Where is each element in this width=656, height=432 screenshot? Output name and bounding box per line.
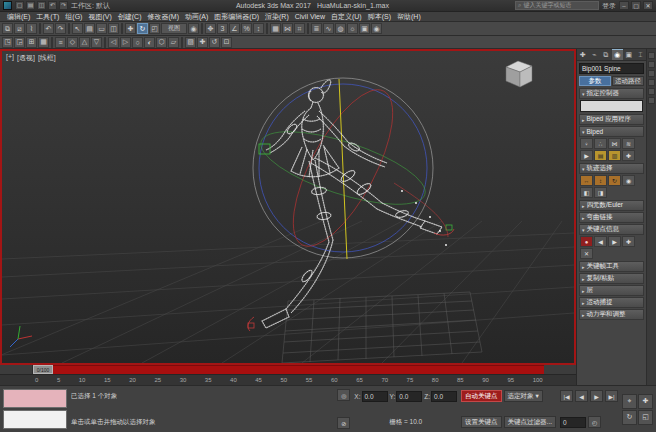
select-object-icon[interactable]: ↖ [72, 23, 83, 34]
maximize-button[interactable]: ▢ [631, 1, 641, 10]
close-button[interactable]: ✕ [643, 1, 653, 10]
new-scene-icon[interactable]: ▢ [15, 1, 24, 10]
move-all-mode-icon[interactable]: ✚ [622, 150, 635, 161]
rollout-copy-paste[interactable]: ▸ 复制/粘贴 [579, 273, 644, 284]
auto-key-button[interactable]: 自动关键点 [461, 390, 502, 402]
render-production-icon[interactable]: ◉ [371, 23, 382, 34]
menu-item[interactable]: 修改器(M) [144, 12, 182, 22]
rectangular-selection-region-icon[interactable]: ▭ [96, 23, 107, 34]
unlink-selection-icon[interactable]: ⧄ [14, 23, 25, 34]
body-rotation-icon[interactable]: ↻ [608, 175, 621, 186]
panel-strip-icon[interactable] [648, 88, 655, 95]
save-file-icon[interactable]: ◫ [37, 1, 46, 10]
menu-item[interactable]: Civil View [292, 13, 328, 20]
maxscript-mini-listener[interactable] [3, 388, 67, 430]
motion-paths-button[interactable]: 运动路径 [612, 76, 644, 86]
mixer-mode-icon[interactable]: ≋ [622, 138, 635, 149]
listener-script-row[interactable] [3, 410, 67, 429]
toolbar-icon[interactable]: ✚ [197, 37, 208, 48]
rollout-quaternion-euler[interactable]: ▸ 四元数/Euler [579, 200, 644, 211]
toolbar-icon[interactable]: ⊞ [26, 37, 37, 48]
toolbar-icon[interactable]: ◳ [2, 37, 13, 48]
viewcube[interactable] [506, 61, 532, 87]
panel-strip-icon[interactable] [648, 79, 655, 86]
opposite-tracks-icon[interactable]: ◨ [594, 187, 607, 198]
toolbar-icon[interactable]: ▷ [120, 37, 131, 48]
menu-item[interactable]: 自定义(U) [328, 12, 365, 22]
toolbar-icon[interactable]: ◲ [14, 37, 25, 48]
tab-modify[interactable]: ⌁ [589, 49, 601, 60]
figure-mode-icon[interactable]: ♀ [580, 138, 593, 149]
bind-to-space-warp-icon[interactable]: ⌇ [26, 23, 37, 34]
time-configuration-icon[interactable]: ◴ [588, 416, 601, 428]
body-horizontal-icon[interactable]: ↔ [580, 175, 593, 186]
menu-item[interactable]: 创建(C) [115, 12, 145, 22]
open-file-icon[interactable]: ▤ [26, 1, 35, 10]
frame-ruler[interactable]: 0510152025303540455055606570758085909510… [0, 374, 576, 385]
percent-snap-icon[interactable]: % [241, 23, 252, 34]
play-animation-button[interactable]: ▶ [590, 390, 603, 402]
selected-filter-dropdown[interactable]: 选定对象 ▾ [504, 390, 543, 402]
motion-flow-mode-icon[interactable]: ⋈ [608, 138, 621, 149]
symmetrical-tracks-icon[interactable]: ◧ [580, 187, 593, 198]
tab-motion[interactable]: ◉ [612, 49, 624, 60]
menu-item[interactable]: 编辑(E) [4, 12, 33, 22]
menu-item[interactable]: 视图(V) [85, 12, 114, 22]
undo-icon[interactable]: ↶ [43, 23, 54, 34]
coordinate-field[interactable]: 0.0 [362, 391, 388, 402]
viewport-canvas[interactable] [2, 51, 574, 363]
listener-macro-row[interactable] [3, 389, 67, 408]
minimize-button[interactable]: – [619, 1, 629, 10]
render-setup-icon[interactable]: ☼ [347, 23, 358, 34]
parameters-button[interactable]: 参数 [579, 76, 611, 86]
time-slider-handle[interactable]: 0/100 [33, 365, 53, 374]
set-key-icon[interactable]: ● [580, 236, 593, 247]
toolbar-icon[interactable]: ◁ [108, 37, 119, 48]
redo-icon[interactable]: ↷ [55, 23, 66, 34]
rollout-dynamics-adaptation[interactable]: ▸ 动力学和调整 [579, 309, 644, 320]
layer-manager-icon[interactable]: ≣ [311, 23, 322, 34]
spinner-snap-icon[interactable]: ↕ [253, 23, 264, 34]
use-pivot-point-icon[interactable]: ◉ [188, 23, 199, 34]
panel-strip-icon[interactable] [648, 97, 655, 104]
biped-playback-icon[interactable]: ▶ [580, 150, 593, 161]
toolbar-icon[interactable]: ≡ [55, 37, 66, 48]
select-and-rotate-icon[interactable]: ↻ [137, 23, 148, 34]
selection-lock-icon[interactable]: ⊘ [337, 417, 350, 429]
toolbar-icon[interactable]: ▽ [91, 37, 102, 48]
perspective-viewport[interactable]: [+] [透视] [线框] [0, 49, 576, 365]
menu-item[interactable]: 组(G) [62, 12, 85, 22]
max-logo-icon[interactable] [3, 1, 12, 10]
tab-create[interactable]: ✚ [577, 49, 589, 60]
menu-item[interactable]: 脚本(S) [365, 12, 394, 22]
panel-strip-icon[interactable] [648, 52, 655, 59]
select-by-name-icon[interactable]: ▤ [84, 23, 95, 34]
toolbar-icon[interactable]: ⬡ [156, 37, 167, 48]
current-frame-field[interactable]: 0 [560, 417, 586, 428]
rollout-biped-apps[interactable]: ▸ Biped 应用程序 [579, 114, 644, 125]
toolbar-icon[interactable]: ○ [132, 37, 143, 48]
panel-strip-icon[interactable] [648, 61, 655, 68]
object-name-field[interactable]: Bip001 Spine [579, 63, 644, 74]
go-to-end-button[interactable]: ▶| [605, 390, 618, 402]
rollout-layers[interactable]: ▸ 层 [579, 285, 644, 296]
workspace-dropdown[interactable]: 工作区: 默认 [71, 1, 110, 11]
add-key-icon[interactable]: ✚ [622, 236, 635, 247]
menu-item[interactable]: 渲染(R) [262, 12, 292, 22]
mirror-icon[interactable]: ⋈ [282, 23, 293, 34]
coordinate-field[interactable]: 0.0 [431, 391, 457, 402]
toolbar-icon[interactable]: ⊡ [221, 37, 232, 48]
reference-coordinate-dropdown[interactable]: 视图 [161, 23, 187, 34]
search-input[interactable]: ⌕ 键入关键字或短语 [515, 1, 599, 10]
zoom-icon[interactable]: ⌖ [622, 394, 637, 409]
toolbar-icon[interactable]: △ [79, 37, 90, 48]
menu-item[interactable]: 工具(T) [33, 12, 62, 22]
key-filters-button[interactable]: 关键点过滤器... [504, 416, 556, 428]
rollout-motion-capture[interactable]: ▸ 运动捕捉 [579, 297, 644, 308]
assign-controller-list[interactable] [580, 100, 643, 112]
save-file-icon[interactable]: ▥ [608, 150, 621, 161]
window-crossing-icon[interactable]: ◫ [108, 23, 119, 34]
align-icon[interactable]: ⌗ [294, 23, 305, 34]
viewport-view-label[interactable]: [透视] [17, 53, 35, 63]
load-file-icon[interactable]: ▤ [594, 150, 607, 161]
